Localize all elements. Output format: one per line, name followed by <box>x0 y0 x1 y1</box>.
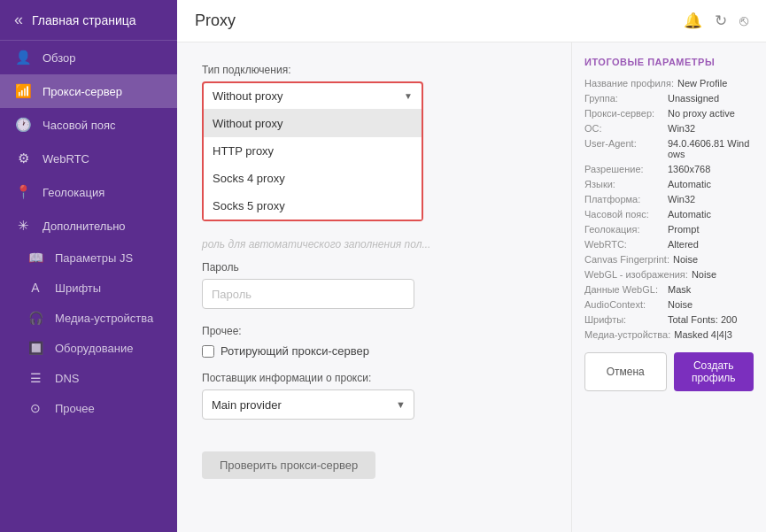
provider-label: Поставщик информации о прокси: <box>202 372 546 384</box>
autofill-hint-area: роль для автоматического заполнения пол.… <box>202 237 546 251</box>
summary-row: Шрифты:Total Fonts: 200 <box>584 314 754 325</box>
dropdown-options-list: Without proxy HTTP proxy Socks 4 proxy S… <box>204 110 422 220</box>
sidebar-sub-label: Шрифты <box>55 281 101 295</box>
create-profile-button[interactable]: Создать профиль <box>674 352 754 391</box>
summary-title: ИТОГОВЫЕ ПАРАМЕТРЫ <box>584 57 754 67</box>
dropdown-current-value: Without proxy <box>213 89 282 103</box>
sidebar-item-dns[interactable]: ☰ DNS <box>0 363 177 393</box>
dropdown-selected[interactable]: Without proxy ▼ <box>204 83 422 110</box>
sidebar-sub-label: Медиа-устройства <box>55 312 153 325</box>
sidebar-item-js-params[interactable]: 📖 Параметры JS <box>0 243 177 273</box>
sidebar-item-label: Геолокация <box>43 186 104 199</box>
summary-row: Название профиля:New Profile <box>584 78 754 89</box>
summary-value: Total Fonts: 200 <box>668 314 737 325</box>
summary-key: Данные WebGL: <box>584 284 664 295</box>
summary-key: Группа: <box>584 93 664 104</box>
rotating-proxy-row: Ротирующий прокси-сервер <box>202 344 546 358</box>
rotating-proxy-label: Ротирующий прокси-сервер <box>221 344 369 358</box>
provider-group: Поставщик информации о прокси: Main prov… <box>202 372 546 420</box>
timezone-icon: 🕐 <box>14 117 32 133</box>
main-area: Proxy 🔔 ↻ ⎋ Тип подключения: Without pro… <box>177 0 766 532</box>
password-group: Пароль <box>202 261 546 309</box>
other-icon: ⊙ <box>27 401 44 415</box>
summary-key: Языки: <box>584 179 664 189</box>
webrtc-icon: ⚙ <box>14 150 32 166</box>
advanced-icon: ✳ <box>14 218 32 234</box>
sidebar-item-label: Прокси-сервер <box>43 85 122 98</box>
geo-icon: 📍 <box>14 184 32 200</box>
dropdown-option-socks4[interactable]: Socks 4 proxy <box>204 165 422 192</box>
sidebar-item-hardware[interactable]: 🔲 Оборудование <box>0 333 177 363</box>
summary-key: Часовой пояс: <box>584 209 664 220</box>
refresh-icon[interactable]: ↻ <box>715 12 727 30</box>
js-icon: 📖 <box>27 251 44 265</box>
summary-row: AudioContext:Noise <box>584 299 754 310</box>
dropdown-option-http[interactable]: HTTP proxy <box>204 137 422 165</box>
media-icon: 🎧 <box>27 311 44 325</box>
topbar: Proxy 🔔 ↻ ⎋ <box>177 0 766 42</box>
summary-value: No proxy active <box>668 108 735 119</box>
summary-row: Медиа-устройства:Masked 4|4|3 <box>584 329 754 340</box>
bell-icon[interactable]: 🔔 <box>684 12 702 30</box>
sidebar-item-obzor[interactable]: 👤 Обзор <box>0 41 177 74</box>
summary-row: ОС:Win32 <box>584 123 754 134</box>
connection-type-group: Тип подключения: Without proxy ▼ Without… <box>202 64 546 221</box>
summary-row: Canvas Fingerprint:Noise <box>584 254 754 265</box>
password-label: Пароль <box>202 261 546 274</box>
summary-key: Название профиля: <box>584 78 674 89</box>
sidebar-item-proxy[interactable]: 📶 Прокси-сервер <box>0 74 177 108</box>
provider-dropdown[interactable]: Main provider ▼ <box>202 389 414 420</box>
password-input[interactable] <box>202 279 414 309</box>
sidebar-item-webrtc[interactable]: ⚙ WebRTC <box>0 142 177 175</box>
dropdown-arrow-icon: ▼ <box>404 91 413 101</box>
sidebar-item-label: WebRTC <box>43 152 89 166</box>
check-proxy-button[interactable]: Проверить прокси-сервер <box>202 451 375 479</box>
page-title: Proxy <box>195 12 236 30</box>
summary-key: Шрифты: <box>584 314 664 325</box>
misc-section: Прочее: Ротирующий прокси-сервер <box>202 325 546 358</box>
sidebar-item-other[interactable]: ⊙ Прочее <box>0 393 177 423</box>
exit-icon[interactable]: ⎋ <box>739 12 748 30</box>
connection-type-label: Тип подключения: <box>202 64 546 76</box>
summary-value: 1360x768 <box>668 164 710 174</box>
cancel-button[interactable]: Отмена <box>584 352 667 391</box>
sidebar-item-advanced[interactable]: ✳ Дополнительно <box>0 209 177 243</box>
sidebar-item-geolocation[interactable]: 📍 Геолокация <box>0 175 177 209</box>
connection-type-dropdown[interactable]: Without proxy ▼ Without proxy HTTP proxy… <box>202 81 423 221</box>
summary-row: WebRTC:Altered <box>584 239 754 250</box>
sidebar-sub-label: Параметры JS <box>55 251 133 265</box>
rotating-proxy-checkbox[interactable] <box>202 345 214 358</box>
back-icon[interactable]: « <box>14 11 23 29</box>
summary-key: Медиа-устройства: <box>584 329 670 340</box>
summary-row: Часовой пояс:Automatic <box>584 209 754 220</box>
form-area: Тип подключения: Without proxy ▼ Without… <box>177 42 571 532</box>
dropdown-option-socks5[interactable]: Socks 5 proxy <box>204 192 422 220</box>
summary-key: WebGL - изображения: <box>584 269 688 280</box>
summary-key: Геолокация: <box>584 224 664 235</box>
summary-value: Masked 4|4|3 <box>674 329 732 340</box>
dns-icon: ☰ <box>27 371 44 385</box>
provider-select[interactable]: Main provider <box>202 389 414 420</box>
summary-key: AudioContext: <box>584 299 664 310</box>
summary-value: Automatic <box>668 179 711 189</box>
topbar-icons: 🔔 ↻ ⎋ <box>684 12 748 30</box>
sidebar-item-media[interactable]: 🎧 Медиа-устройства <box>0 303 177 333</box>
dropdown-option-without[interactable]: Without proxy <box>204 110 422 137</box>
sidebar-item-label: Часовой пояс <box>43 119 115 132</box>
sidebar-header[interactable]: « Главная страница <box>0 0 177 41</box>
summary-row: Языки:Automatic <box>584 179 754 189</box>
summary-value: New Profile <box>677 78 727 89</box>
summary-row: Платформа:Win32 <box>584 194 754 204</box>
misc-label: Прочее: <box>202 325 546 337</box>
summary-value: Noise <box>692 269 716 280</box>
fonts-icon: A <box>27 281 44 295</box>
sidebar-item-fonts[interactable]: A Шрифты <box>0 273 177 303</box>
sidebar-sub-label: Прочее <box>55 402 95 415</box>
summary-value: Mask <box>668 284 691 295</box>
sidebar-item-timezone[interactable]: 🕐 Часовой пояс <box>0 108 177 142</box>
sidebar-sub-label: Оборудование <box>55 342 133 355</box>
content-area: Тип подключения: Without proxy ▼ Without… <box>177 42 766 532</box>
summary-row: WebGL - изображения:Noise <box>584 269 754 280</box>
summary-value: Win32 <box>668 194 695 204</box>
summary-value: Win32 <box>668 123 695 134</box>
